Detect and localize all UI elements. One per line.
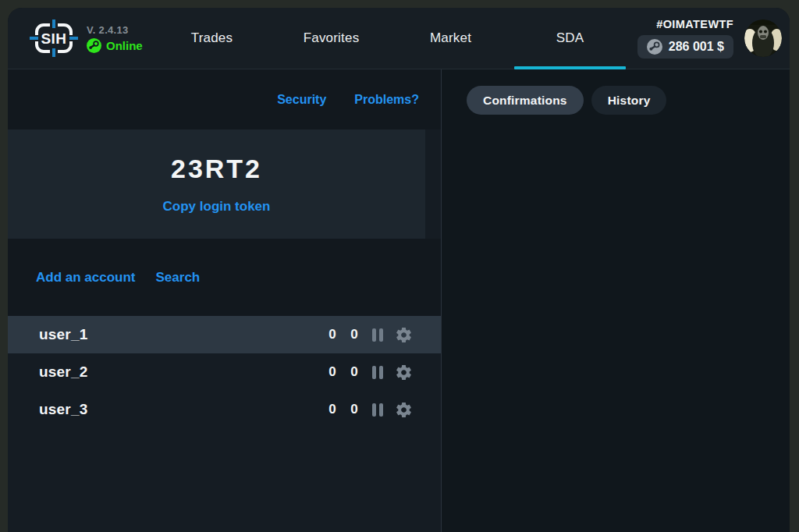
- login-token-card: 23RT2 Copy login token: [8, 129, 425, 239]
- tab-label: History: [608, 94, 651, 108]
- token-code: 23RT2: [171, 154, 262, 184]
- account-row-user-1[interactable]: user_1 0 0: [8, 316, 441, 353]
- tab-trades[interactable]: Trades: [152, 8, 272, 69]
- actions-bar: Add an account Search: [8, 239, 441, 316]
- balance-pill[interactable]: 286 001 $: [637, 35, 733, 59]
- problems-link[interactable]: Problems?: [354, 93, 419, 107]
- tab-history[interactable]: History: [591, 86, 667, 115]
- add-account-link[interactable]: Add an account: [36, 270, 136, 286]
- account-name: user_2: [39, 364, 316, 381]
- tab-label: Confirmations: [483, 94, 567, 108]
- main-nav: Trades Favorites Market SDA: [152, 8, 630, 69]
- logo-text: SIH: [41, 30, 66, 47]
- gear-icon[interactable]: [395, 364, 413, 381]
- count-badge: 0: [327, 327, 338, 342]
- account-name: user_3: [39, 401, 316, 418]
- account-row-user-3[interactable]: user_3 0 0: [8, 391, 441, 428]
- count-badge: 0: [327, 364, 338, 380]
- tab-market[interactable]: Market: [391, 8, 510, 69]
- count-badge: 0: [327, 402, 338, 417]
- account-area: #OIMATEWTF 286 001 $: [637, 18, 790, 59]
- account-name: user_1: [39, 326, 316, 343]
- brand: SIH V. 2.4.13 Online: [8, 20, 143, 57]
- steam-online-icon: [87, 38, 101, 53]
- tab-label: SDA: [556, 30, 584, 46]
- pause-icon[interactable]: [372, 366, 383, 379]
- top-bar: SIH V. 2.4.13 Online: [8, 8, 790, 69]
- sih-logo-icon: SIH: [30, 20, 78, 57]
- tab-label: Market: [430, 30, 471, 46]
- online-status-label: Online: [106, 39, 143, 52]
- brand-meta: V. 2.4.13 Online: [87, 24, 143, 53]
- tab-favorites[interactable]: Favorites: [272, 8, 391, 69]
- balance-amount: 286 001 $: [669, 40, 724, 54]
- pause-icon[interactable]: [372, 328, 383, 342]
- account-row-user-2[interactable]: user_2 0 0: [8, 353, 441, 391]
- avatar[interactable]: [744, 20, 782, 57]
- content: Security Problems? 23RT2 Copy login toke…: [8, 69, 790, 532]
- app-version: V. 2.4.13: [87, 24, 143, 36]
- steam-balance-icon: [647, 39, 662, 55]
- gear-icon[interactable]: [395, 326, 413, 344]
- search-link[interactable]: Search: [156, 270, 201, 286]
- app-window: SIH V. 2.4.13 Online: [8, 8, 790, 532]
- online-status: Online: [87, 38, 143, 53]
- security-link[interactable]: Security: [277, 93, 326, 107]
- tab-label: Favorites: [304, 30, 360, 46]
- username: #OIMATEWTF: [656, 18, 733, 30]
- pause-icon[interactable]: [372, 403, 383, 417]
- count-badge: 0: [349, 402, 360, 417]
- sda-right-panel: Confirmations History: [442, 69, 790, 532]
- tab-sda[interactable]: SDA: [510, 8, 630, 69]
- account-list: user_1 0 0 user_2 0 0: [8, 316, 441, 532]
- count-badge: 0: [349, 364, 360, 380]
- gear-icon[interactable]: [395, 401, 413, 419]
- sda-left-panel: Security Problems? 23RT2 Copy login toke…: [8, 69, 442, 532]
- count-badge: 0: [349, 327, 360, 342]
- tab-label: Trades: [191, 30, 233, 46]
- copy-login-token-link[interactable]: Copy login token: [163, 199, 271, 215]
- account-info: #OIMATEWTF 286 001 $: [637, 18, 733, 59]
- links-bar: Security Problems?: [8, 69, 441, 129]
- tab-confirmations[interactable]: Confirmations: [467, 86, 584, 115]
